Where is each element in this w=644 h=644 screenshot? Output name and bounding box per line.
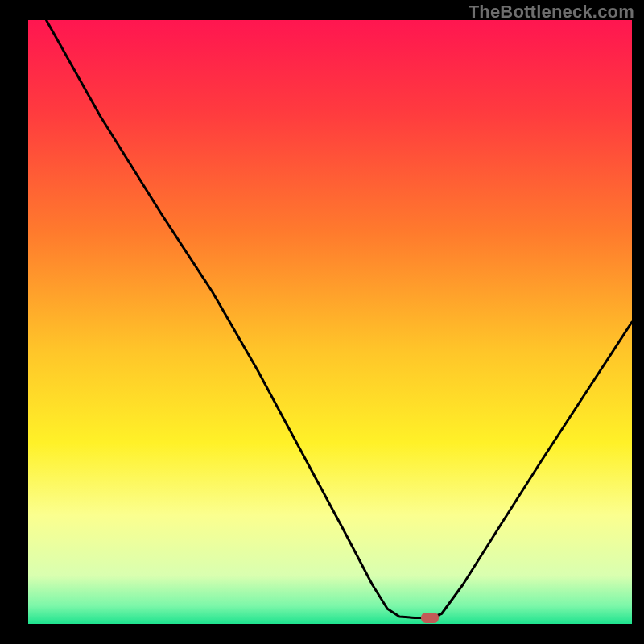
optimal-point-marker	[421, 613, 439, 623]
gradient-background	[28, 20, 632, 624]
bottleneck-chart	[28, 20, 632, 624]
chart-frame: TheBottleneck.com	[0, 0, 644, 644]
